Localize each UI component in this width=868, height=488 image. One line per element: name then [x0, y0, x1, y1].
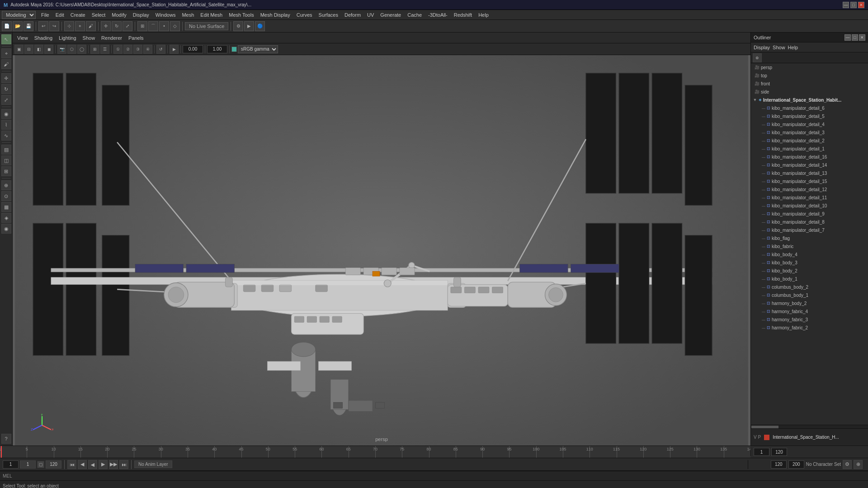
curve-tool[interactable]: ∿	[1, 131, 11, 141]
vp-value-b[interactable]	[207, 45, 227, 53]
outliner-item-5[interactable]: — ⊡ kibo_manipulator_detail_1	[751, 145, 868, 153]
snap-curve-button[interactable]: ⌒	[148, 21, 158, 31]
outliner-display-menu[interactable]: Display	[754, 45, 770, 50]
outliner-item-14[interactable]: — ⊡ kibo_manipulator_detail_8	[751, 218, 868, 226]
undo-button[interactable]: ↩	[38, 21, 48, 31]
outliner-item-7[interactable]: — ⊡ kibo_manipulator_detail_14	[751, 161, 868, 169]
outliner-list[interactable]: 🎥 persp 🎥 top 🎥 front 🎥 side ▼ ✦ Interna…	[751, 63, 868, 425]
custom-tool-4[interactable]: ◉	[1, 224, 11, 234]
outliner-item-11[interactable]: — ⊡ kibo_manipulator_detail_11	[751, 193, 868, 202]
soft-mod-tool[interactable]: ◉	[1, 109, 11, 119]
snap-surface-button[interactable]: ◇	[170, 21, 180, 31]
char-set-options-btn[interactable]: ⚙	[843, 460, 852, 469]
menu-windows[interactable]: Windows	[153, 11, 179, 19]
outliner-collapse-btn[interactable]: ▼	[752, 97, 758, 103]
go-to-end-button[interactable]: ⏭	[119, 460, 128, 469]
outliner-item-26[interactable]: — ⊡ harmony_fabric_3	[751, 315, 868, 324]
vp-wireframe[interactable]: ⊟	[24, 45, 33, 54]
outliner-item-4[interactable]: — ⊡ kibo_manipulator_detail_2	[751, 136, 868, 145]
render-button[interactable]: ▶	[244, 21, 254, 31]
outliner-item-3[interactable]: — ⊡ kibo_manipulator_detail_3	[751, 128, 868, 136]
play-back-button[interactable]: ▶	[88, 460, 97, 469]
outliner-item-2[interactable]: — ⊡ kibo_manipulator_detail_4	[751, 120, 868, 128]
outliner-camera-top[interactable]: 🎥 top	[751, 71, 868, 80]
redo-button[interactable]: ↪	[49, 21, 59, 31]
outliner-item-9[interactable]: — ⊡ kibo_manipulator_detail_15	[751, 177, 868, 185]
menu-redshift[interactable]: Redshift	[451, 11, 475, 19]
timeline-track[interactable]: 1510152025303540455055606570758085909510…	[0, 446, 750, 458]
snap-point-button[interactable]: •	[159, 21, 169, 31]
outliner-item-8[interactable]: — ⊡ kibo_manipulator_detail_13	[751, 169, 868, 177]
lasso-tool-button[interactable]: ⌖	[75, 21, 85, 31]
outliner-item-0[interactable]: — ⊡ kibo_manipulator_detail_6	[751, 104, 868, 112]
total-end-input[interactable]	[788, 460, 804, 469]
display-layer-tool[interactable]: ▤	[1, 145, 11, 155]
outliner-item-27[interactable]: — ⊡ harmony_fabric_2	[751, 324, 868, 332]
total-frame-input[interactable]	[771, 460, 787, 469]
outliner-item-10[interactable]: — ⊡ kibo_manipulator_detail_12	[751, 185, 868, 193]
menu-edit-mesh[interactable]: Edit Mesh	[198, 11, 225, 19]
menu-modify[interactable]: Modify	[109, 11, 129, 19]
open-scene-button[interactable]: 📂	[13, 21, 23, 31]
menu-mesh-tools[interactable]: Mesh Tools	[226, 11, 256, 19]
paint-select-button[interactable]: 🖌	[86, 21, 96, 31]
char-set-extra-btn[interactable]: ⊕	[854, 460, 863, 469]
move-tool[interactable]: ✛	[1, 73, 11, 83]
scale-tool-button[interactable]: ⤢	[123, 21, 132, 31]
rotate-tool[interactable]: ↻	[1, 84, 11, 94]
outliner-minimize[interactable]: —	[844, 34, 851, 41]
outliner-show-menu[interactable]: Show	[773, 45, 785, 50]
vp-smooth[interactable]: ◧	[34, 45, 43, 54]
outliner-item-6[interactable]: — ⊡ kibo_manipulator_detail_16	[751, 153, 868, 161]
vp-select-mode[interactable]: ▣	[14, 45, 24, 54]
vp-solid[interactable]: ◼	[44, 45, 53, 54]
vp-lighting-menu[interactable]: Lighting	[57, 34, 78, 42]
outliner-item-18[interactable]: — ⊡ kibo_body_4	[751, 250, 868, 258]
vp-viewport3[interactable]: ③	[133, 45, 142, 54]
step-forward-button[interactable]: ▶▶	[109, 460, 118, 469]
vp-renderer-menu[interactable]: Renderer	[99, 34, 124, 42]
outliner-item-23[interactable]: — ⊡ columbus_body_1	[751, 291, 868, 299]
ipr-render-button[interactable]: 🔵	[255, 21, 265, 31]
outliner-item-24[interactable]: — ⊡ harmony_body_2	[751, 299, 868, 307]
step-back-button[interactable]: ◀	[78, 460, 87, 469]
scale-tool[interactable]: ⤢	[1, 95, 11, 105]
vp-viewport2[interactable]: ②	[123, 45, 132, 54]
menu-surfaces[interactable]: Surfaces	[316, 11, 341, 19]
menu-edit[interactable]: Edit	[53, 11, 67, 19]
viewport-canvas[interactable]: persp X Y Z	[13, 55, 750, 446]
outliner-item-22[interactable]: — ⊡ columbus_body_2	[751, 283, 868, 291]
vp-grid-btn[interactable]: ⊞	[90, 45, 99, 54]
vp-viewport4[interactable]: ④	[143, 45, 152, 54]
vp-color-mode[interactable]	[231, 47, 237, 52]
outliner-maximize[interactable]: □	[852, 34, 858, 41]
render-layer-tool[interactable]: ◫	[1, 155, 11, 165]
close-button[interactable]: ✕	[858, 2, 864, 8]
rotate-tool-button[interactable]: ↻	[112, 21, 122, 31]
vp-isolate[interactable]: ◯	[77, 45, 86, 54]
timeline-end-input[interactable]	[771, 448, 787, 456]
menu-uv[interactable]: UV	[364, 11, 377, 19]
select-tool-button[interactable]: ⊹	[64, 21, 74, 31]
lasso-tool[interactable]: ⌖	[1, 48, 11, 58]
custom-tool-1[interactable]: ⊙	[1, 191, 11, 201]
new-scene-button[interactable]: 📄	[2, 21, 12, 31]
play-forward-button[interactable]: ▶	[99, 460, 108, 469]
outliner-filter[interactable]: ⊕	[753, 53, 762, 62]
vp-camera-toggle[interactable]: 📷	[57, 45, 66, 54]
menu-generate[interactable]: Generate	[377, 11, 404, 19]
menu-curves[interactable]: Curves	[294, 11, 315, 19]
vp-shading-menu[interactable]: Shading	[33, 34, 54, 42]
outliner-item-15[interactable]: — ⊡ kibo_manipulator_detail_7	[751, 226, 868, 234]
help-tool[interactable]: ?	[1, 434, 11, 444]
show-manipulator-tool[interactable]: ⊕	[1, 180, 11, 190]
vp-hud[interactable]: ☰	[100, 45, 109, 54]
select-tool[interactable]: ↖	[1, 34, 11, 44]
menu-create[interactable]: Create	[68, 11, 88, 19]
outliner-camera-side[interactable]: 🎥 side	[751, 88, 868, 96]
menu-mesh[interactable]: Mesh	[179, 11, 197, 19]
render-settings-button[interactable]: ⚙	[233, 21, 243, 31]
outliner-item-16[interactable]: — ⊡ kibo_flag	[751, 234, 868, 242]
vp-panels-menu[interactable]: Panels	[127, 34, 146, 42]
outliner-item-13[interactable]: — ⊡ kibo_manipulator_detail_9	[751, 210, 868, 218]
